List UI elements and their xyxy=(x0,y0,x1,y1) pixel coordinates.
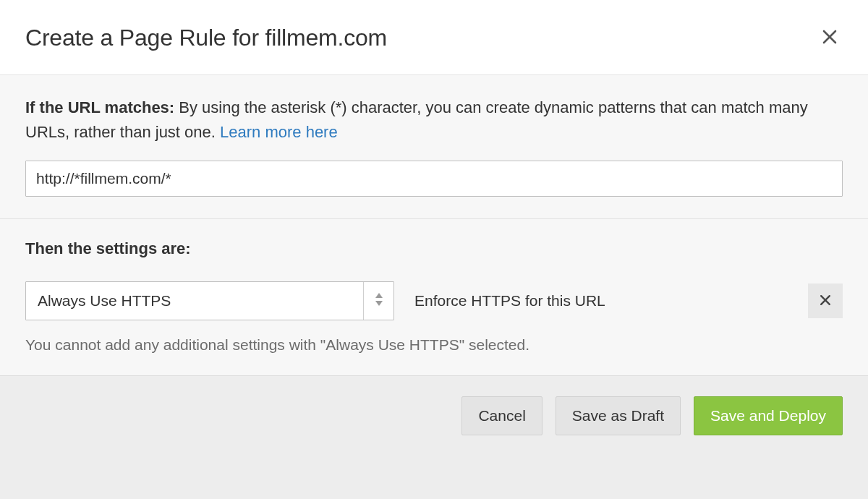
stepper-icon xyxy=(374,291,384,310)
modal-footer: Cancel Save as Draft Save and Deploy xyxy=(0,375,868,499)
setting-select[interactable]: Always Use HTTPS xyxy=(25,281,394,320)
settings-section: Then the settings are: Always Use HTTPS … xyxy=(0,218,868,375)
x-icon xyxy=(818,293,833,310)
cancel-button[interactable]: Cancel xyxy=(461,396,542,435)
save-and-deploy-button[interactable]: Save and Deploy xyxy=(694,396,843,435)
settings-row: Always Use HTTPS Enforce HTTPS for this … xyxy=(25,281,843,320)
settings-note: You cannot add any additional settings w… xyxy=(25,336,843,354)
url-match-instructions: If the URL matches: By using the asteris… xyxy=(25,95,843,145)
setting-description: Enforce HTTPS for this URL xyxy=(414,292,788,310)
select-stepper[interactable] xyxy=(363,282,393,320)
settings-heading: Then the settings are: xyxy=(25,239,843,258)
remove-setting-button[interactable] xyxy=(808,283,843,318)
modal-title: Create a Page Rule for fillmem.com xyxy=(25,25,387,51)
setting-select-value: Always Use HTTPS xyxy=(26,282,363,320)
close-icon xyxy=(821,28,838,48)
modal-header: Create a Page Rule for fillmem.com xyxy=(0,0,868,74)
url-match-section: If the URL matches: By using the asteris… xyxy=(0,74,868,218)
page-rule-modal: Create a Page Rule for fillmem.com If th… xyxy=(0,0,868,499)
svg-marker-3 xyxy=(375,301,383,306)
save-as-draft-button[interactable]: Save as Draft xyxy=(556,396,681,435)
url-pattern-input[interactable] xyxy=(25,161,843,197)
svg-marker-2 xyxy=(375,293,383,298)
url-match-label: If the URL matches: xyxy=(25,98,174,116)
learn-more-link[interactable]: Learn more here xyxy=(220,123,338,141)
close-button[interactable] xyxy=(817,25,843,51)
